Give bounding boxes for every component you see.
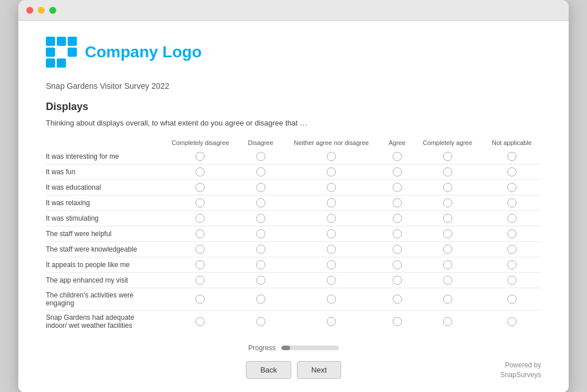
- radio-button[interactable]: [256, 152, 265, 161]
- radio-cell: [161, 164, 240, 180]
- radio-button[interactable]: [327, 152, 336, 161]
- radio-button[interactable]: [393, 317, 402, 326]
- nav-footer: Back Next Powered by SnapSurveys: [46, 361, 541, 379]
- radio-button[interactable]: [443, 183, 452, 192]
- radio-button[interactable]: [256, 183, 265, 192]
- radio-cell: [281, 257, 381, 273]
- radio-cell: [161, 311, 240, 333]
- radio-cell: [413, 195, 483, 211]
- row-label: It was educational: [46, 180, 161, 195]
- radio-button[interactable]: [507, 152, 516, 161]
- radio-button[interactable]: [393, 260, 402, 269]
- radio-cell: [161, 242, 240, 257]
- radio-button[interactable]: [195, 260, 205, 269]
- radio-button[interactable]: [327, 295, 336, 304]
- radio-button[interactable]: [507, 295, 516, 304]
- close-button[interactable]: [26, 7, 33, 14]
- radio-button[interactable]: [507, 260, 516, 269]
- radio-button[interactable]: [256, 198, 265, 207]
- table-row: It was educational: [46, 180, 541, 195]
- radio-button[interactable]: [393, 295, 402, 304]
- radio-button[interactable]: [256, 167, 265, 177]
- radio-cell: [161, 226, 240, 242]
- page-content: Company Logo Snap Gardens Visitor Survey…: [18, 21, 569, 392]
- radio-button[interactable]: [443, 245, 452, 254]
- radio-button[interactable]: [327, 260, 336, 269]
- radio-button[interactable]: [393, 198, 402, 207]
- table-row: The children's activities were engaging: [46, 288, 541, 311]
- radio-button[interactable]: [327, 214, 336, 223]
- radio-button[interactable]: [393, 276, 402, 285]
- radio-button[interactable]: [443, 260, 452, 269]
- col-header-empty: [46, 136, 161, 149]
- radio-button[interactable]: [195, 229, 205, 238]
- radio-cell: [483, 164, 541, 180]
- radio-button[interactable]: [507, 317, 516, 326]
- radio-button[interactable]: [327, 183, 336, 192]
- radio-button[interactable]: [195, 183, 205, 192]
- radio-button[interactable]: [443, 295, 452, 304]
- radio-button[interactable]: [393, 214, 402, 223]
- radio-button[interactable]: [256, 214, 265, 223]
- radio-button[interactable]: [195, 295, 205, 304]
- radio-button[interactable]: [443, 229, 452, 238]
- app-window: Company Logo Snap Gardens Visitor Survey…: [18, 0, 569, 392]
- radio-button[interactable]: [443, 167, 452, 177]
- radio-button[interactable]: [443, 317, 452, 326]
- radio-button[interactable]: [195, 245, 205, 254]
- radio-button[interactable]: [393, 245, 402, 254]
- radio-cell: [161, 273, 240, 288]
- radio-button[interactable]: [443, 276, 452, 285]
- powered-by-label: Powered by: [500, 360, 541, 370]
- radio-cell: [413, 257, 483, 273]
- radio-button[interactable]: [195, 214, 205, 223]
- radio-cell: [483, 211, 541, 226]
- radio-cell: [413, 226, 483, 242]
- radio-cell: [382, 273, 413, 288]
- radio-button[interactable]: [443, 214, 452, 223]
- radio-button[interactable]: [195, 317, 205, 326]
- back-button[interactable]: Back: [246, 361, 291, 379]
- radio-button[interactable]: [327, 317, 336, 326]
- radio-button[interactable]: [507, 229, 516, 238]
- radio-cell: [240, 311, 281, 333]
- radio-cell: [413, 242, 483, 257]
- radio-button[interactable]: [443, 152, 452, 161]
- radio-button[interactable]: [195, 276, 205, 285]
- radio-button[interactable]: [507, 276, 516, 285]
- radio-button[interactable]: [195, 198, 205, 207]
- radio-button[interactable]: [393, 152, 402, 161]
- radio-button[interactable]: [443, 198, 452, 207]
- radio-button[interactable]: [195, 152, 205, 161]
- radio-button[interactable]: [327, 167, 336, 177]
- radio-button[interactable]: [327, 276, 336, 285]
- radio-button[interactable]: [327, 229, 336, 238]
- radio-button[interactable]: [256, 295, 265, 304]
- radio-button[interactable]: [256, 229, 265, 238]
- radio-cell: [281, 273, 381, 288]
- radio-button[interactable]: [256, 260, 265, 269]
- radio-button[interactable]: [393, 183, 402, 192]
- radio-button[interactable]: [256, 276, 265, 285]
- radio-button[interactable]: [256, 317, 265, 326]
- radio-button[interactable]: [507, 167, 516, 177]
- radio-button[interactable]: [393, 229, 402, 238]
- radio-button[interactable]: [507, 198, 516, 207]
- radio-button[interactable]: [256, 245, 265, 254]
- radio-cell: [382, 288, 413, 311]
- row-label: It appeals to people like me: [46, 257, 161, 273]
- radio-button[interactable]: [393, 167, 402, 177]
- radio-button[interactable]: [195, 167, 205, 177]
- table-row: It appeals to people like me: [46, 257, 541, 273]
- radio-button[interactable]: [327, 198, 336, 207]
- radio-button[interactable]: [507, 245, 516, 254]
- next-button[interactable]: Next: [297, 361, 341, 379]
- maximize-button[interactable]: [49, 7, 56, 14]
- table-row: It was fun: [46, 164, 541, 180]
- minimize-button[interactable]: [38, 7, 45, 14]
- radio-button[interactable]: [507, 183, 516, 192]
- logo-section: Company Logo: [46, 37, 541, 68]
- radio-button[interactable]: [327, 245, 336, 254]
- radio-button[interactable]: [507, 214, 516, 223]
- radio-cell: [483, 257, 541, 273]
